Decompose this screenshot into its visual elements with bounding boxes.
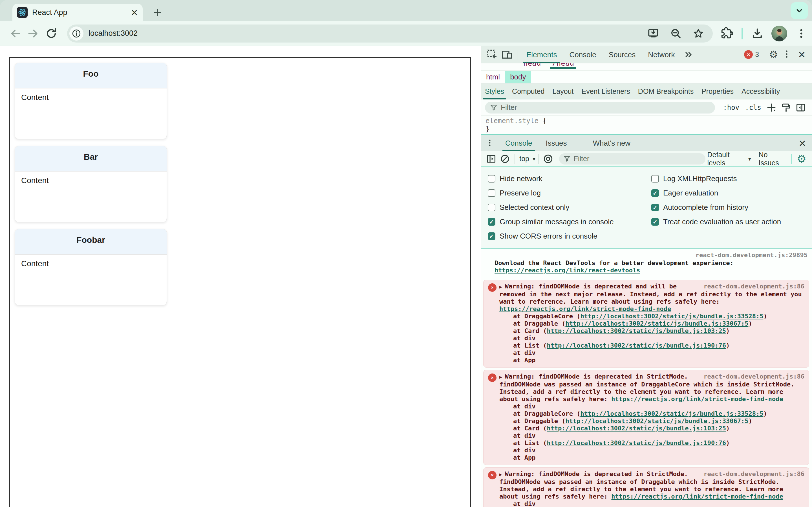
console-settings-panel: Hide networkPreserve logSelected context… bbox=[481, 167, 812, 249]
profile-avatar[interactable] bbox=[771, 25, 787, 41]
check-icon: ✓ bbox=[653, 205, 658, 210]
crumb-html[interactable]: html bbox=[481, 71, 505, 83]
message-source-link[interactable]: react-dom.development.js:86 bbox=[703, 470, 804, 478]
more-tabs-icon[interactable] bbox=[681, 47, 696, 62]
drawer-menu-icon[interactable] bbox=[481, 138, 499, 148]
stack-frame: at div bbox=[513, 432, 804, 439]
zoom-out-icon[interactable] bbox=[668, 25, 684, 42]
setting-selected-context-only: Selected context only bbox=[488, 200, 651, 215]
stack-frame-text: ) bbox=[763, 313, 767, 320]
message-source-link[interactable]: react-dom.development.js:29895 bbox=[495, 251, 808, 259]
error-badge-icon[interactable]: × bbox=[744, 50, 753, 59]
console-drawer-close-icon[interactable]: × bbox=[793, 137, 812, 149]
error-count[interactable]: 3 bbox=[755, 50, 759, 59]
devtools-menu-icon[interactable] bbox=[782, 49, 792, 60]
card-bar[interactable]: BarContent bbox=[15, 146, 167, 222]
console-filter-input[interactable]: Filter bbox=[559, 153, 706, 165]
tab-event-listeners[interactable]: Event Listeners bbox=[578, 83, 634, 100]
stack-frame-link[interactable]: http://localhost:3002/static/js/bundle.j… bbox=[580, 313, 763, 320]
new-tab-button[interactable]: + bbox=[149, 4, 166, 21]
extensions-puzzle-icon[interactable] bbox=[718, 24, 736, 43]
tab-dom-breakpoints[interactable]: DOM Breakpoints bbox=[634, 83, 698, 100]
new-style-rule-icon[interactable] bbox=[765, 101, 777, 114]
element-style-block[interactable]: element.style { } bbox=[481, 116, 812, 134]
console-sidebar-icon[interactable] bbox=[486, 153, 497, 165]
forward-button[interactable] bbox=[24, 24, 42, 43]
checkbox-show-cors-errors-in-console[interactable]: ✓ bbox=[488, 232, 495, 240]
divider bbox=[754, 154, 754, 164]
checkbox-preserve-log[interactable] bbox=[488, 189, 495, 197]
checkbox-treat-code-evaluation-as-user-action[interactable]: ✓ bbox=[651, 218, 659, 226]
expand-triangle-icon[interactable]: ▶ bbox=[499, 374, 502, 380]
url-text[interactable]: localhost:3002 bbox=[89, 29, 639, 38]
styles-filter-input[interactable]: Filter bbox=[485, 102, 715, 114]
expand-triangle-icon[interactable]: ▶ bbox=[499, 472, 502, 477]
tab-accessibility[interactable]: Accessibility bbox=[738, 83, 784, 100]
tab-properties[interactable]: Properties bbox=[698, 83, 738, 100]
devtools-close-icon[interactable]: × bbox=[798, 49, 805, 61]
stack-frame-link[interactable]: http://localhost:3002/static/js/bundle.j… bbox=[565, 320, 748, 327]
rendering-emulation-icon[interactable] bbox=[780, 101, 792, 114]
downloads-icon[interactable] bbox=[748, 24, 766, 43]
class-toggle[interactable]: .cls bbox=[745, 104, 761, 112]
card-foo[interactable]: FooContent bbox=[15, 63, 167, 139]
checkbox-log-xmlhttprequests[interactable] bbox=[651, 175, 659, 182]
stack-frame-link[interactable]: http://localhost:3002/static/js/bundle.j… bbox=[547, 425, 726, 432]
message-link[interactable]: https://reactjs.org/link/strict-mode-fin… bbox=[611, 395, 783, 402]
bookmark-star-icon[interactable] bbox=[690, 25, 707, 42]
checkbox-autocomplete-from-history[interactable]: ✓ bbox=[651, 204, 659, 211]
stack-frame-link[interactable]: http://localhost:3002/static/js/bundle.j… bbox=[565, 417, 748, 425]
tab-computed[interactable]: Computed bbox=[508, 83, 548, 100]
checkbox-hide-network[interactable] bbox=[488, 175, 495, 182]
console-toolbar: top ▾ Filter Default levels ▾ No Issues … bbox=[481, 151, 812, 167]
tab-close-icon[interactable]: × bbox=[131, 7, 138, 18]
stack-frame-link[interactable]: http://localhost:3002/static/js/bundle.j… bbox=[547, 439, 726, 446]
tab-network[interactable]: Network bbox=[642, 46, 681, 63]
device-toolbar-icon[interactable] bbox=[500, 47, 514, 62]
inspect-element-icon[interactable] bbox=[485, 47, 500, 62]
address-bar[interactable]: localhost:3002 bbox=[67, 24, 713, 43]
browser-tab[interactable]: React App × bbox=[12, 4, 143, 21]
crumb-body[interactable]: body bbox=[505, 71, 531, 83]
devtools-settings-gear-icon[interactable]: ⚙ bbox=[769, 50, 778, 60]
pseudo-state-toggle[interactable]: :hov bbox=[723, 104, 739, 112]
message-source-link[interactable]: react-dom.development.js:86 bbox=[703, 283, 804, 290]
checkbox-group-similar-messages-in-console[interactable]: ✓ bbox=[488, 218, 495, 226]
checkbox-selected-context-only[interactable] bbox=[488, 204, 495, 211]
message-link[interactable]: https://reactjs.org/link/react-devtools bbox=[495, 267, 640, 274]
stack-frame-text: at App bbox=[513, 356, 536, 363]
expand-triangle-icon[interactable]: ▶ bbox=[499, 284, 502, 290]
context-selector[interactable]: top bbox=[519, 155, 529, 163]
message-source-link[interactable]: react-dom.development.js:86 bbox=[703, 373, 804, 380]
console-settings-gear-icon[interactable]: ⚙ bbox=[797, 154, 806, 164]
stack-frame-link[interactable]: http://localhost:3002/static/js/bundle.j… bbox=[547, 327, 726, 334]
log-levels-dropdown[interactable]: Default levels bbox=[707, 151, 745, 167]
back-button[interactable] bbox=[6, 24, 24, 43]
tab-issues[interactable]: Issues bbox=[539, 135, 573, 151]
message-link[interactable]: https://reactjs.org/link/strict-mode-fin… bbox=[611, 493, 783, 500]
checkbox-eager-evaluation[interactable]: ✓ bbox=[651, 189, 659, 197]
message-link[interactable]: https://reactjs.org/link/strict-mode-fin… bbox=[499, 305, 671, 313]
tab-layout[interactable]: Layout bbox=[548, 83, 577, 100]
tab-console[interactable]: Console bbox=[563, 46, 602, 63]
issues-counter[interactable]: No Issues bbox=[759, 151, 786, 167]
stack-frame-link[interactable]: http://localhost:3002/static/js/bundle.j… bbox=[580, 410, 763, 417]
toggle-sidebar-icon[interactable] bbox=[795, 101, 807, 114]
card-foobar[interactable]: FoobarContent bbox=[15, 229, 167, 305]
tab-elements[interactable]: Elements bbox=[520, 46, 563, 63]
reload-button[interactable] bbox=[42, 24, 60, 43]
install-app-icon[interactable] bbox=[645, 25, 661, 42]
tab-console[interactable]: Console bbox=[499, 135, 539, 151]
tab-what-s-new[interactable]: What's new bbox=[586, 135, 638, 151]
site-info-icon[interactable] bbox=[69, 26, 84, 41]
browser-menu-icon[interactable] bbox=[792, 24, 810, 43]
setting-treat-code-evaluation-as-user-action: ✓Treat code evaluation as user action bbox=[651, 215, 781, 229]
stack-trace: at divat DraggableCore (http://localhost… bbox=[513, 403, 804, 461]
live-expression-eye-icon[interactable] bbox=[543, 153, 554, 165]
tab-styles[interactable]: Styles bbox=[481, 83, 508, 100]
tab-sources[interactable]: Sources bbox=[603, 46, 642, 63]
stack-frame-link[interactable]: http://localhost:3002/static/js/bundle.j… bbox=[547, 342, 726, 349]
tab-search-button[interactable] bbox=[791, 2, 808, 19]
clear-console-icon[interactable] bbox=[499, 153, 511, 165]
setting-eager-evaluation: ✓Eager evaluation bbox=[651, 186, 781, 200]
